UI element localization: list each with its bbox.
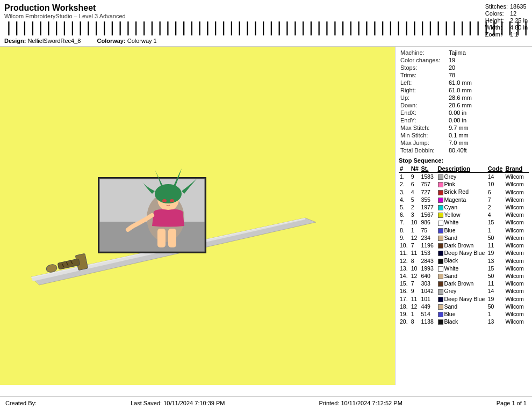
row-desc: Pink <box>437 180 487 188</box>
table-row: 11. 11 153 Deep Navy Blue 19 Wilcom <box>399 249 529 257</box>
table-row: 18. 12 449 Sand 50 Wilcom <box>399 303 529 310</box>
table-row: 9. 12 234 Sand 50 Wilcom <box>399 234 529 242</box>
row-brand: Wilcom <box>504 234 529 242</box>
row-n: 9 <box>410 287 420 295</box>
total-bobbin-label: Total Bobbin: <box>399 147 447 154</box>
row-num: 13. <box>399 265 410 272</box>
row-code: 14 <box>487 287 505 295</box>
row-brand: Wilcom <box>504 242 529 249</box>
table-row: 14. 12 640 Sand 50 Wilcom <box>399 272 529 280</box>
table-row: 10. 7 1196 Dark Brown 11 Wilcom <box>399 242 529 249</box>
stop-sequence-table: # N# St. Description Code Brand 1. 9 158… <box>399 165 529 325</box>
color-swatch <box>438 289 443 295</box>
trims-value: 78 <box>447 71 529 79</box>
row-desc: Yellow <box>437 211 487 218</box>
row-brand: Wilcom <box>504 218 529 226</box>
row-nt: 75 <box>420 227 436 234</box>
row-nt: 1042 <box>420 287 436 295</box>
color-swatch <box>438 236 443 241</box>
row-num: 15. <box>399 280 410 287</box>
table-row: 1. 9 1583 Grey 14 Wilcom <box>399 173 529 181</box>
stitches-value: 18635 <box>510 3 528 10</box>
row-nt: 514 <box>420 310 436 318</box>
row-code: 19 <box>487 249 505 257</box>
row-nt: 1977 <box>420 203 436 211</box>
row-desc: Black <box>437 257 487 264</box>
color-swatch <box>438 259 443 264</box>
svg-rect-16 <box>157 229 166 247</box>
color-changes-label: Color changes: <box>399 56 447 64</box>
header: Production Worksheet Wilcom EmbroiderySt… <box>0 0 532 47</box>
endy-value: 0.00 in <box>447 116 529 124</box>
row-desc: Sand <box>437 272 487 280</box>
row-brand: Wilcom <box>504 310 529 318</box>
table-row: 5. 2 1977 Cyan 2 Wilcom <box>399 203 529 211</box>
machine-value: Tajima <box>447 49 529 56</box>
col-st: St. <box>420 165 436 173</box>
col-desc: Description <box>437 165 487 173</box>
row-nt: 449 <box>420 303 436 310</box>
row-num: 7. <box>399 218 410 226</box>
min-stitch-value: 0.1 mm <box>447 132 529 139</box>
color-changes-value: 19 <box>447 56 529 64</box>
max-stitch-label: Max Stitch: <box>399 124 447 132</box>
up-value: 28.6 mm <box>447 94 529 101</box>
top-stats-panel: Stitches: 18635 Colors: 12 Height: 2.25 … <box>485 3 528 38</box>
left-label: Left: <box>399 79 447 86</box>
row-desc: Magenta <box>437 196 487 203</box>
color-swatch <box>438 281 443 287</box>
stops-label: Stops: <box>399 64 447 71</box>
zoom-value: 1:1 <box>510 31 528 38</box>
row-num: 14. <box>399 272 410 280</box>
row-brand: Wilcom <box>504 287 529 295</box>
row-nt: 355 <box>420 196 436 203</box>
svg-point-13 <box>155 184 182 203</box>
color-swatch <box>438 221 443 226</box>
row-num: 16. <box>399 287 410 295</box>
down-label: Down: <box>399 101 447 109</box>
row-code: 50 <box>487 272 505 280</box>
color-swatch <box>438 319 443 325</box>
svg-point-14 <box>162 199 167 202</box>
row-num: 9. <box>399 234 410 242</box>
row-n: 4 <box>410 188 420 195</box>
min-stitch-label: Min Stitch: <box>399 132 447 139</box>
row-brand: Wilcom <box>504 265 529 272</box>
endy-label: EndY: <box>399 116 447 124</box>
page-number: Page 1 of 1 <box>497 400 527 406</box>
width-value: 4.80 in <box>510 24 528 31</box>
row-desc: Sand <box>437 303 487 310</box>
row-code: 50 <box>487 234 505 242</box>
meta-info: Design: NellielSwordRec4_8 Colorway: Col… <box>4 38 528 44</box>
endx-label: EndX: <box>399 109 447 116</box>
row-code: 11 <box>487 280 505 287</box>
embroidery-preview <box>0 47 395 385</box>
stitches-label: Stitches: <box>485 3 510 10</box>
color-swatch <box>438 174 443 180</box>
colorway-value: Colorway 1 <box>127 38 157 44</box>
table-row: 17. 11 101 Deep Navy Blue 19 Wilcom <box>399 295 529 303</box>
row-n: 3 <box>410 211 420 218</box>
row-num: 6. <box>399 211 410 218</box>
row-n: 9 <box>410 173 420 181</box>
height-value: 2.25 in <box>510 17 528 24</box>
row-nt: 101 <box>420 295 436 303</box>
row-brand: Wilcom <box>504 196 529 203</box>
table-row: 20. 8 1138 Black 13 Wilcom <box>399 318 529 325</box>
row-code: 13 <box>487 318 505 325</box>
right-panel: Machine: Tajima Color changes: 19 Stops:… <box>395 47 532 385</box>
table-row: 7. 10 986 White 15 Wilcom <box>399 218 529 226</box>
row-code: 11 <box>487 242 505 249</box>
row-desc: Grey <box>437 287 487 295</box>
row-nt: 153 <box>420 249 436 257</box>
row-code: 14 <box>487 173 505 181</box>
row-nt: 1138 <box>420 318 436 325</box>
color-swatch <box>438 205 443 210</box>
row-brand: Wilcom <box>504 188 529 195</box>
row-n: 10 <box>410 265 420 272</box>
right-label: Right: <box>399 86 447 94</box>
color-swatch <box>438 274 443 279</box>
row-num: 4. <box>399 196 410 203</box>
last-saved: Last Saved: 10/11/2024 7:10:39 PM <box>131 400 225 406</box>
table-row: 8. 1 75 Blue 1 Wilcom <box>399 227 529 234</box>
